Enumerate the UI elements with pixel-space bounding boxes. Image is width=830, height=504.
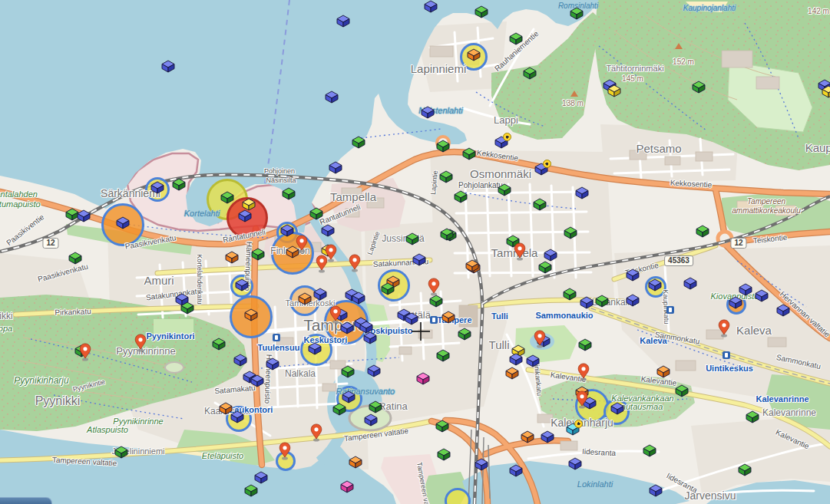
- package-marker-blue-icon[interactable]: [754, 289, 769, 302]
- package-marker-blue-icon[interactable]: [420, 106, 435, 119]
- package-marker-blue-icon[interactable]: [412, 253, 427, 266]
- package-marker-blue-icon[interactable]: [312, 288, 328, 301]
- package-marker-green-icon[interactable]: [695, 225, 710, 238]
- package-marker-green-icon[interactable]: [438, 170, 454, 183]
- package-marker-green-icon[interactable]: [745, 410, 760, 423]
- package-marker-blue-icon[interactable]: [250, 374, 265, 387]
- package-marker-blue-icon[interactable]: [648, 484, 663, 497]
- package-marker-green-icon[interactable]: [439, 228, 455, 241]
- package-marker-green-icon[interactable]: [428, 295, 444, 308]
- package-marker-blue-icon[interactable]: [474, 458, 489, 471]
- package-marker-blue-icon[interactable]: [363, 413, 379, 427]
- package-marker-blue-icon[interactable]: [728, 296, 743, 309]
- package-marker-green-icon[interactable]: [532, 198, 547, 211]
- package-marker-blue-icon[interactable]: [233, 354, 248, 367]
- package-marker-blue-icon[interactable]: [579, 296, 594, 309]
- package-marker-green-icon[interactable]: [332, 403, 347, 416]
- package-marker-green-icon[interactable]: [380, 282, 395, 295]
- package-marker-green-icon[interactable]: [474, 5, 489, 18]
- package-marker-green-icon[interactable]: [453, 190, 468, 203]
- package-marker-blue-icon[interactable]: [150, 181, 165, 194]
- package-marker-blue-icon[interactable]: [525, 354, 541, 367]
- package-marker-green-icon[interactable]: [180, 301, 195, 315]
- package-marker-blue-icon[interactable]: [320, 224, 336, 237]
- package-marker-blue-icon[interactable]: [508, 353, 524, 366]
- package-marker-blue-icon[interactable]: [574, 186, 590, 199]
- package-marker-blue-icon[interactable]: [234, 278, 250, 292]
- package-marker-blue-icon[interactable]: [508, 464, 524, 477]
- package-marker-green-icon[interactable]: [435, 349, 451, 362]
- package-marker-yellow-icon[interactable]: [821, 85, 830, 98]
- package-marker-yellow-icon[interactable]: [607, 84, 622, 97]
- package-marker-blue-icon[interactable]: [494, 136, 509, 149]
- package-marker-orange-icon[interactable]: [520, 430, 535, 443]
- package-marker-yellow-icon[interactable]: [241, 198, 256, 211]
- package-marker-green-icon[interactable]: [461, 147, 477, 160]
- package-marker-blue-icon[interactable]: [160, 60, 176, 73]
- package-marker-blue-icon[interactable]: [339, 321, 355, 334]
- package-marker-green-icon[interactable]: [594, 295, 610, 308]
- package-marker-green-icon[interactable]: [737, 463, 752, 476]
- package-marker-green-icon[interactable]: [435, 140, 451, 153]
- package-marker-blue-icon[interactable]: [647, 278, 663, 292]
- package-marker-blue-icon[interactable]: [253, 471, 269, 484]
- bottom-left-panel-button[interactable]: [0, 497, 52, 504]
- package-marker-green-icon[interactable]: [351, 136, 366, 149]
- package-marker-green-icon[interactable]: [114, 446, 129, 459]
- package-marker-green-icon[interactable]: [674, 384, 689, 397]
- package-marker-green-icon[interactable]: [171, 178, 187, 191]
- package-marker-green-icon[interactable]: [563, 226, 578, 239]
- package-marker-blue-icon[interactable]: [582, 397, 597, 410]
- package-marker-blue-icon[interactable]: [625, 294, 640, 307]
- package-marker-green-icon[interactable]: [577, 338, 593, 351]
- package-marker-blue-icon[interactable]: [610, 402, 625, 415]
- package-marker-green-icon[interactable]: [340, 365, 355, 378]
- package-marker-orange-icon[interactable]: [466, 48, 481, 61]
- package-marker-orange-icon[interactable]: [243, 308, 259, 321]
- package-marker-blue-icon[interactable]: [536, 334, 551, 348]
- package-marker-blue-icon[interactable]: [362, 331, 378, 344]
- package-marker-green-icon[interactable]: [250, 248, 266, 261]
- package-marker-blue-icon[interactable]: [738, 283, 753, 296]
- package-marker-orange-icon[interactable]: [465, 259, 480, 272]
- package-marker-yellow-icon[interactable]: [320, 244, 336, 257]
- package-marker-blue-icon[interactable]: [625, 268, 640, 282]
- package-marker-blue-icon[interactable]: [543, 249, 558, 262]
- package-marker-orange-icon[interactable]: [285, 245, 300, 259]
- package-marker-green-icon[interactable]: [642, 444, 657, 457]
- map-canvas[interactable]: [0, 0, 830, 504]
- package-marker-green-icon[interactable]: [457, 328, 472, 341]
- package-marker-green-icon[interactable]: [68, 252, 83, 265]
- package-marker-blue-icon[interactable]: [76, 209, 91, 222]
- package-marker-green-icon[interactable]: [405, 232, 420, 245]
- package-marker-green-icon[interactable]: [243, 484, 259, 497]
- package-marker-blue-icon[interactable]: [230, 410, 245, 423]
- package-marker-green-icon[interactable]: [505, 235, 521, 248]
- package-marker-cyan-icon[interactable]: [565, 423, 580, 436]
- package-marker-orange-icon[interactable]: [504, 367, 520, 380]
- package-marker-orange-icon[interactable]: [224, 251, 240, 264]
- package-marker-orange-icon[interactable]: [441, 311, 456, 324]
- package-marker-green-icon[interactable]: [368, 400, 383, 413]
- package-marker-green-icon[interactable]: [211, 338, 227, 351]
- package-marker-green-icon[interactable]: [220, 191, 235, 204]
- package-marker-green-icon[interactable]: [497, 183, 512, 196]
- package-marker-blue-icon[interactable]: [324, 91, 339, 104]
- package-marker-blue-icon[interactable]: [115, 216, 131, 229]
- package-marker-green-icon[interactable]: [435, 420, 450, 433]
- package-marker-green-icon[interactable]: [74, 344, 89, 357]
- package-marker-pink-icon[interactable]: [339, 480, 355, 493]
- package-marker-blue-icon[interactable]: [366, 364, 382, 377]
- package-marker-green-icon[interactable]: [436, 448, 451, 461]
- package-marker-blue-icon[interactable]: [265, 357, 280, 371]
- package-marker-blue-icon[interactable]: [775, 304, 791, 317]
- package-marker-blue-icon[interactable]: [307, 342, 322, 355]
- package-marker-green-icon[interactable]: [562, 288, 577, 301]
- package-marker-blue-icon[interactable]: [404, 312, 419, 325]
- package-marker-blue-icon[interactable]: [540, 430, 555, 443]
- package-marker-green-icon[interactable]: [508, 32, 524, 45]
- package-marker-blue-icon[interactable]: [336, 15, 351, 28]
- package-marker-orange-icon[interactable]: [656, 365, 671, 378]
- package-marker-orange-icon[interactable]: [297, 292, 312, 305]
- package-marker-green-icon[interactable]: [569, 7, 584, 20]
